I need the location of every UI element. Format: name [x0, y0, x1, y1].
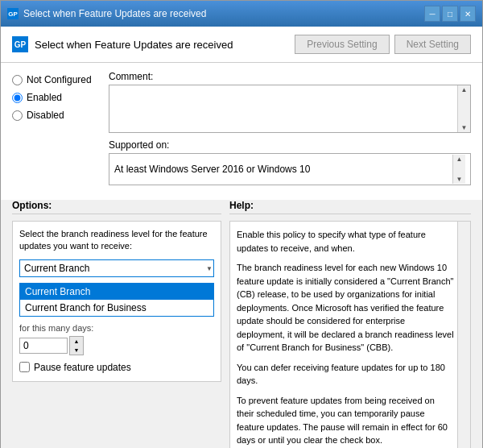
help-para-2: The branch readiness level for each new … — [237, 261, 454, 355]
minimize-button[interactable]: ─ — [424, 6, 440, 22]
options-section: Options: Select the branch readiness lev… — [12, 200, 221, 448]
dropdown-item-cbb[interactable]: Current Branch for Business — [20, 300, 213, 316]
scroll-up-icon: ▲ — [461, 86, 468, 93]
supported-scroll-up-icon: ▲ — [456, 156, 463, 163]
pause-updates-checkbox-item[interactable]: Pause feature updates — [19, 362, 214, 373]
scroll-down-icon: ▼ — [461, 124, 468, 131]
spinner-down-button[interactable]: ▼ — [70, 346, 83, 355]
title-icon: GP — [7, 8, 19, 19]
next-setting-button[interactable]: Next Setting — [394, 35, 471, 54]
main-content: Options: Select the branch readiness lev… — [1, 200, 482, 448]
title-controls: ─ □ ✕ — [424, 6, 476, 22]
comment-textarea[interactable] — [111, 87, 454, 131]
supported-box: At least Windows Server 2016 or Windows … — [109, 153, 471, 185]
help-content: Enable this policy to specify what type … — [229, 221, 471, 448]
main-window: GP Select when Feature Updates are recei… — [0, 0, 483, 448]
comment-box: ▲ ▼ — [109, 85, 471, 133]
title-bar: GP Select when Feature Updates are recei… — [1, 1, 482, 27]
disabled-radio[interactable] — [12, 110, 23, 121]
not-configured-option[interactable]: Not Configured — [12, 74, 109, 85]
radio-group: Not Configured Enabled Disabled — [12, 74, 109, 121]
right-panel: Comment: ▲ ▼ Supported on: At least Wind… — [109, 71, 471, 192]
branch-dropdown[interactable]: Current Branch Current Branch for Busine… — [19, 259, 214, 277]
close-button[interactable]: ✕ — [460, 6, 476, 22]
spinner-up-button[interactable]: ▲ — [70, 337, 83, 346]
help-para-4: To prevent feature updates from being re… — [237, 394, 454, 447]
defer-days-input[interactable] — [19, 338, 68, 354]
help-scrollbar — [457, 222, 470, 448]
spinner-wrapper: ▲ ▼ — [19, 336, 214, 355]
options-description: Select the branch readiness level for th… — [19, 228, 214, 253]
dialog-header-left: GP Select when Feature Updates are recei… — [12, 36, 233, 52]
title-bar-left: GP Select when Feature Updates are recei… — [7, 8, 206, 19]
dialog-title: Select when Feature Updates are received — [35, 39, 233, 51]
disabled-label: Disabled — [27, 110, 64, 121]
supported-label: Supported on: — [109, 139, 471, 151]
help-header: Help: — [229, 200, 471, 214]
defer-label: for this many days: — [19, 323, 214, 333]
branch-dropdown-wrapper: Current Branch Current Branch for Busine… — [19, 259, 214, 277]
comment-label: Comment: — [109, 71, 471, 82]
radio-panel: Not Configured Enabled Disabled — [12, 71, 109, 192]
spinner-buttons: ▲ ▼ — [69, 336, 84, 355]
options-header: Options: — [12, 200, 221, 214]
enabled-option[interactable]: Enabled — [12, 92, 109, 103]
comment-scrollbar: ▲ ▼ — [457, 85, 470, 132]
not-configured-label: Not Configured — [27, 74, 92, 85]
help-section: Help: Enable this policy to specify what… — [229, 200, 471, 448]
help-para-3: You can defer receiving feature updates … — [237, 361, 454, 388]
maximize-button[interactable]: □ — [442, 6, 458, 22]
enabled-radio[interactable] — [12, 93, 23, 103]
dropdown-list: Current Branch Current Branch for Busine… — [19, 283, 214, 317]
supported-text: At least Windows Server 2016 or Windows … — [114, 164, 452, 175]
title-text: Select when Feature Updates are received — [23, 8, 206, 19]
supported-field-group: Supported on: At least Windows Server 20… — [109, 139, 471, 185]
not-configured-radio[interactable] — [12, 75, 23, 85]
help-para-1: Enable this policy to specify what type … — [237, 228, 454, 255]
navigation-buttons: Previous Setting Next Setting — [295, 35, 471, 54]
comment-field-group: Comment: ▲ ▼ — [109, 71, 471, 133]
dropdown-item-current-branch[interactable]: Current Branch — [20, 284, 213, 300]
options-content: Select the branch readiness level for th… — [12, 221, 221, 382]
supported-scrollbar: ▲ ▼ — [452, 155, 465, 184]
pause-updates-label: Pause feature updates — [34, 362, 131, 373]
disabled-option[interactable]: Disabled — [12, 110, 109, 121]
prev-setting-button[interactable]: Previous Setting — [295, 35, 389, 54]
supported-scroll-down-icon: ▼ — [456, 176, 463, 183]
top-content: Not Configured Enabled Disabled Comment: — [1, 63, 482, 200]
pause-updates-checkbox[interactable] — [19, 362, 30, 372]
enabled-label: Enabled — [27, 92, 62, 103]
dialog-header: GP Select when Feature Updates are recei… — [1, 27, 482, 63]
dialog-icon: GP — [12, 36, 28, 52]
